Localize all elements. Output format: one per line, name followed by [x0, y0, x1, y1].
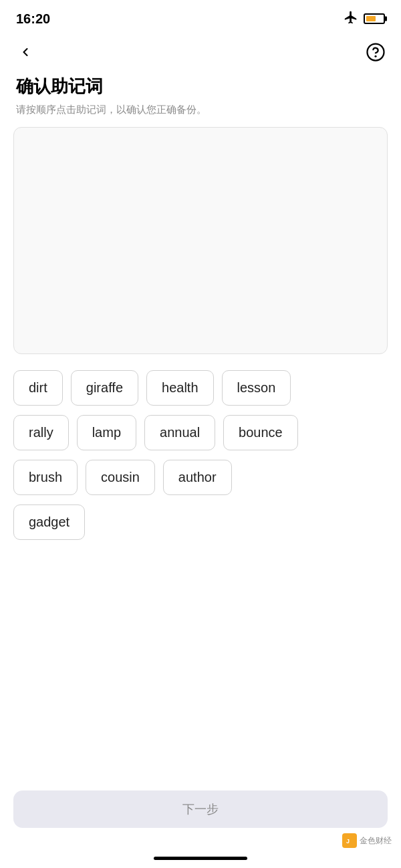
word-chip-giraffe[interactable]: giraffe — [71, 370, 138, 406]
nav-bar — [0, 35, 401, 69]
help-button[interactable] — [364, 40, 388, 64]
watermark: J 金色财经 — [342, 833, 392, 848]
svg-text:J: J — [346, 838, 350, 845]
bottom-indicator-bar — [154, 857, 247, 860]
status-bar: 16:20 — [0, 0, 401, 35]
airplane-icon — [344, 10, 358, 27]
word-row-2: brushcousinauthor — [13, 460, 388, 495]
word-chip-brush[interactable]: brush — [13, 460, 78, 495]
word-row-1: rallylampannualbounce — [13, 415, 388, 450]
word-chip-author[interactable]: author — [163, 460, 232, 495]
word-row-0: dirtgiraffehealthlesson — [13, 370, 388, 406]
word-chip-annual[interactable]: annual — [144, 415, 215, 450]
status-time: 16:20 — [16, 11, 50, 27]
word-chips-container: dirtgiraffehealthlessonrallylampannualbo… — [13, 370, 388, 540]
word-chip-health[interactable]: health — [146, 370, 214, 406]
next-button-container: 下一步 — [13, 790, 388, 828]
watermark-icon: J — [342, 833, 357, 848]
page-header: 确认助记词 请按顺序点击助记词，以确认您正确备份。 — [0, 69, 401, 127]
word-chip-lamp[interactable]: lamp — [77, 415, 136, 450]
word-chip-cousin[interactable]: cousin — [86, 460, 155, 495]
next-button[interactable]: 下一步 — [13, 790, 388, 828]
watermark-text: 金色财经 — [360, 835, 392, 847]
word-chip-bounce[interactable]: bounce — [223, 415, 298, 450]
back-button[interactable] — [13, 40, 37, 64]
page-subtitle: 请按顺序点击助记词，以确认您正确备份。 — [16, 102, 385, 116]
word-chip-rally[interactable]: rally — [13, 415, 69, 450]
word-row-3: gadget — [13, 504, 388, 540]
status-icons — [344, 10, 385, 27]
mnemonic-display-area — [13, 127, 388, 354]
word-chip-lesson[interactable]: lesson — [222, 370, 291, 406]
word-chip-gadget[interactable]: gadget — [13, 504, 85, 540]
word-chip-dirt[interactable]: dirt — [13, 370, 63, 406]
page-title: 确认助记词 — [16, 75, 385, 98]
svg-point-0 — [368, 44, 384, 61]
battery-icon — [364, 13, 385, 24]
